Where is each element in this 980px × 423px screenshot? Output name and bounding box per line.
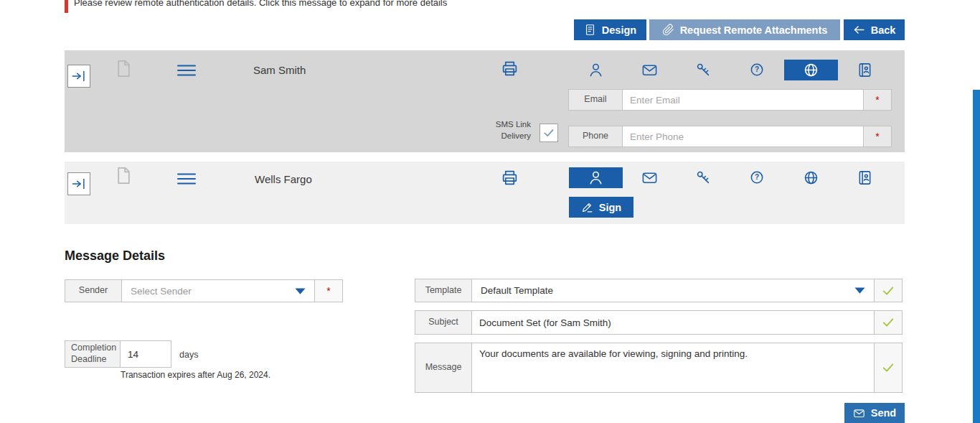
sign-button-label: Sign	[599, 202, 621, 213]
subject-input[interactable]	[471, 310, 875, 335]
template-label: Template	[415, 279, 472, 302]
signing-order-button[interactable]	[67, 172, 90, 195]
sender-field-row: Sender Select Sender *	[65, 279, 343, 302]
template-select[interactable]: Default Template	[471, 279, 875, 302]
sign-button[interactable]: Sign	[569, 197, 633, 218]
question-shield-icon[interactable]: ?	[730, 60, 784, 80]
template-valid-check	[874, 279, 903, 302]
keys-icon[interactable]	[677, 60, 730, 80]
completion-deadline-input[interactable]	[120, 340, 171, 368]
back-button-label: Back	[871, 24, 896, 36]
design-document-icon	[584, 24, 596, 36]
alert-message[interactable]: Please review remote authentication deta…	[74, 0, 447, 8]
message-field-row: Message Your documents are available for…	[415, 343, 903, 393]
expiry-note: Transaction expires after Aug 26, 2024.	[121, 370, 270, 380]
request-remote-attachments-button[interactable]: Request Remote Attachments	[649, 19, 840, 40]
subject-valid-check	[874, 310, 903, 335]
request-remote-attachments-label: Request Remote Attachments	[680, 24, 828, 36]
checkmark-icon	[881, 315, 895, 330]
route-arrow-icon	[71, 68, 87, 84]
question-shield-icon[interactable]: ?	[730, 167, 784, 188]
printer-icon[interactable]	[501, 169, 519, 187]
phone-input[interactable]	[622, 126, 864, 147]
recipient-name: Wells Fargo	[255, 173, 312, 185]
delivery-method-strip: ?	[569, 167, 892, 188]
recipient-name: Sam Smith	[253, 64, 306, 76]
design-button[interactable]: Design	[574, 19, 646, 40]
person-icon[interactable]	[569, 167, 623, 188]
sms-link-delivery-label: SMS Link Delivery	[489, 119, 531, 141]
subject-label: Subject	[415, 310, 472, 335]
design-button-label: Design	[602, 24, 636, 36]
phone-label: Phone	[568, 126, 623, 147]
document-status-icon	[114, 59, 133, 81]
pen-icon	[581, 201, 593, 213]
sender-required-marker: *	[314, 279, 343, 302]
phone-required-marker: *	[863, 126, 892, 147]
route-arrow-icon	[71, 176, 87, 192]
checkmark-icon	[881, 361, 895, 375]
template-select-value: Default Template	[481, 285, 553, 296]
email-input[interactable]	[622, 89, 864, 111]
paperclip-icon	[662, 24, 674, 36]
remote-globe-icon[interactable]	[784, 167, 838, 188]
email-label: Email	[568, 89, 623, 111]
address-book-icon[interactable]	[838, 167, 892, 188]
days-label: days	[179, 350, 198, 360]
envelope-icon[interactable]	[623, 60, 677, 80]
recipient-row-wells-fargo: Wells Fargo ?	[65, 162, 905, 224]
right-scrollbar[interactable]	[973, 90, 980, 423]
dropdown-caret-icon	[295, 288, 306, 294]
drag-handle-icon[interactable]	[177, 65, 196, 76]
signing-order-button[interactable]	[67, 65, 90, 88]
dropdown-caret-icon	[854, 287, 865, 294]
person-icon[interactable]	[569, 60, 623, 80]
document-status-icon	[114, 166, 133, 188]
alert-severity-bar	[65, 0, 68, 13]
address-book-icon[interactable]	[838, 60, 892, 80]
message-textarea[interactable]: Your documents are available for viewing…	[471, 343, 875, 393]
recipient-row-sam-smith: Sam Smith ?	[65, 50, 905, 152]
phone-field-row: Phone *	[568, 126, 892, 147]
delivery-method-strip: ?	[569, 60, 892, 80]
completion-deadline-label: Completion Deadline	[65, 340, 121, 368]
back-button[interactable]: Back	[844, 19, 905, 40]
back-arrow-icon	[853, 24, 865, 36]
printer-icon[interactable]	[501, 60, 519, 78]
completion-deadline-row: Completion Deadline	[65, 340, 171, 368]
email-required-marker: *	[863, 89, 892, 111]
email-field-row: Email *	[568, 89, 892, 111]
message-details-heading: Message Details	[65, 248, 165, 264]
svg-text:?: ?	[755, 173, 759, 181]
checkmark-icon	[542, 126, 555, 139]
svg-text:?: ?	[755, 65, 759, 73]
sms-link-delivery-checkbox[interactable]	[540, 124, 558, 142]
keys-icon[interactable]	[677, 167, 730, 188]
send-button[interactable]: Send	[844, 403, 905, 423]
sender-select[interactable]: Select Sender	[121, 279, 315, 302]
send-envelope-icon	[853, 407, 865, 419]
remote-globe-icon[interactable]	[784, 60, 838, 80]
message-label: Message	[415, 343, 472, 393]
sender-label: Sender	[65, 279, 122, 302]
checkmark-icon	[881, 284, 895, 298]
template-field-row: Template Default Template	[415, 279, 903, 302]
sender-select-value: Select Sender	[131, 286, 192, 297]
message-valid-check	[874, 343, 903, 393]
subject-field-row: Subject	[415, 310, 903, 335]
send-button-label: Send	[871, 407, 896, 419]
drag-handle-icon[interactable]	[177, 173, 196, 185]
envelope-icon[interactable]	[623, 167, 677, 188]
